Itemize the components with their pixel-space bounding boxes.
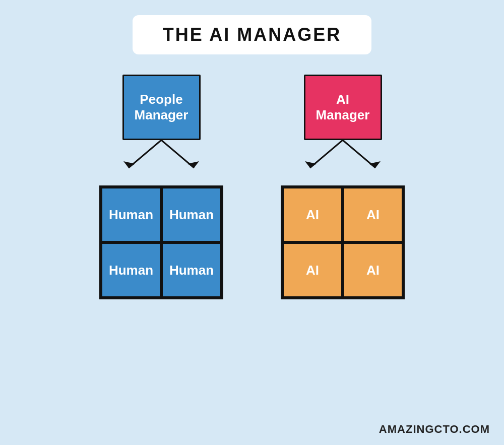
svg-marker-3 <box>187 161 199 168</box>
svg-marker-7 <box>369 161 381 168</box>
people-manager-arrows <box>96 140 227 185</box>
ai-grid: AI AI AI AI <box>281 185 405 299</box>
people-manager-label: PeopleManager <box>135 92 188 123</box>
ai-cell-4: AI <box>343 242 403 298</box>
ai-manager-label: AIManager <box>316 92 370 123</box>
ai-manager-arrows <box>277 140 408 185</box>
ai-cell-2: AI <box>343 187 403 242</box>
human-grid: Human Human Human Human <box>99 185 223 299</box>
human-cell-2: Human <box>161 187 222 242</box>
human-cell-1: Human <box>101 187 161 242</box>
people-manager-diagram: PeopleManager Human Human Human <box>96 75 227 299</box>
ai-cell-3: AI <box>282 242 343 298</box>
ai-cell-1: AI <box>282 187 343 242</box>
human-cell-4: Human <box>161 242 222 298</box>
people-manager-box: PeopleManager <box>122 75 201 140</box>
diagrams-row: PeopleManager Human Human Human <box>0 75 504 299</box>
ai-manager-diagram: AIManager AI AI AI <box>277 75 408 299</box>
watermark: AMAZINGCTO.COM <box>379 423 490 436</box>
ai-manager-box: AIManager <box>304 75 382 140</box>
title-container: THE AI MANAGER <box>133 15 372 54</box>
human-cell-3: Human <box>101 242 161 298</box>
page-title: THE AI MANAGER <box>163 24 342 45</box>
svg-marker-1 <box>123 161 135 168</box>
svg-marker-5 <box>305 161 317 168</box>
